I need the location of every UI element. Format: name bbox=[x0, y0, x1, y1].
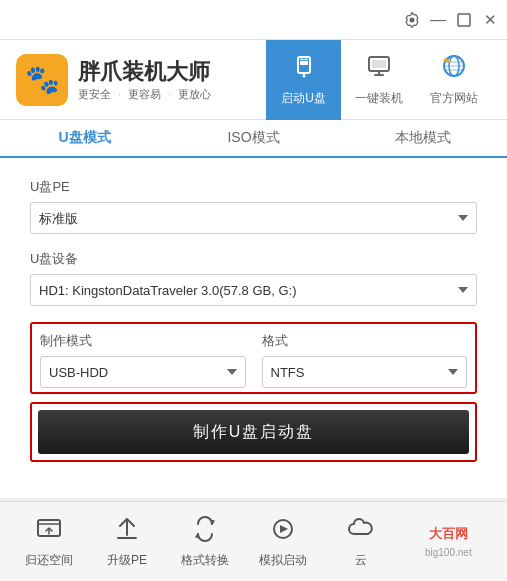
nav-item-onekey[interactable]: 一键装机 bbox=[341, 40, 416, 120]
title-bar-controls: — ✕ bbox=[403, 11, 499, 29]
restore-icon bbox=[34, 514, 64, 548]
close-button[interactable]: ✕ bbox=[481, 11, 499, 29]
svg-point-4 bbox=[302, 75, 305, 78]
format-label: 格式转换 bbox=[181, 552, 229, 569]
toolbar-upgrade[interactable]: 升级PE bbox=[88, 514, 166, 569]
logo-icon: 🐾 bbox=[16, 54, 68, 106]
restore-label: 归还空间 bbox=[25, 552, 73, 569]
toolbar-restore[interactable]: 归还空间 bbox=[10, 514, 88, 569]
logo-text: 胖爪装机大师 更安全 · 更容易 · 更放心 bbox=[78, 57, 211, 102]
app-name: 胖爪装机大师 bbox=[78, 57, 211, 87]
ie-icon bbox=[440, 52, 468, 86]
toolbar-brand: 大百网 big100.net bbox=[400, 525, 497, 558]
app-subtitle: 更安全 · 更容易 · 更放心 bbox=[78, 87, 211, 102]
svg-rect-6 bbox=[372, 60, 386, 68]
bottom-toolbar: 归还空间 升级PE 格式转换 bbox=[0, 501, 507, 581]
format-group: 格式 NTFS FAT32 exFAT bbox=[262, 332, 468, 388]
nav-website-label: 官方网站 bbox=[430, 90, 478, 107]
mode-select[interactable]: USB-HDD USB-ZIP USB-FDD bbox=[40, 356, 246, 388]
nav-item-usb[interactable]: 启动U盘 bbox=[266, 40, 341, 120]
mode-format-box: 制作模式 USB-HDD USB-ZIP USB-FDD 格式 NTFS FAT… bbox=[30, 322, 477, 394]
simulate-label: 模拟启动 bbox=[259, 552, 307, 569]
title-bar: — ✕ bbox=[0, 0, 507, 40]
format-icon bbox=[190, 514, 220, 548]
app-header: 🐾 胖爪装机大师 更安全 · 更容易 · 更放心 启动U盘 bbox=[0, 40, 507, 120]
logo-area: 🐾 胖爪装机大师 更安全 · 更容易 · 更放心 bbox=[16, 54, 266, 106]
device-select[interactable]: HD1: KingstonDataTraveler 3.0(57.8 GB, G… bbox=[30, 274, 477, 306]
cloud-icon bbox=[346, 514, 376, 548]
svg-rect-1 bbox=[458, 14, 470, 26]
nav-item-website[interactable]: 官方网站 bbox=[416, 40, 491, 120]
pe-select[interactable]: 标准版 bbox=[30, 202, 477, 234]
settings-button[interactable] bbox=[403, 11, 421, 29]
tab-local-mode[interactable]: 本地模式 bbox=[338, 120, 507, 158]
nav-icons: 启动U盘 一键装机 官方网站 bbox=[266, 40, 491, 120]
tab-usb-mode[interactable]: U盘模式 bbox=[0, 120, 169, 158]
brand-url: big100.net bbox=[425, 547, 472, 558]
svg-rect-3 bbox=[300, 61, 308, 65]
maximize-button[interactable] bbox=[455, 11, 473, 29]
brand-logo: 大百网 bbox=[429, 525, 468, 543]
usb-icon bbox=[290, 52, 318, 86]
pe-group: U盘PE 标准版 bbox=[30, 178, 477, 234]
simulate-icon bbox=[268, 514, 298, 548]
cloud-label: 云 bbox=[355, 552, 367, 569]
mode-group: 制作模式 USB-HDD USB-ZIP USB-FDD bbox=[40, 332, 246, 388]
format-select[interactable]: NTFS FAT32 exFAT bbox=[262, 356, 468, 388]
format-label: 格式 bbox=[262, 332, 468, 350]
tab-bar: U盘模式 ISO模式 本地模式 bbox=[0, 120, 507, 158]
minimize-button[interactable]: — bbox=[429, 11, 447, 29]
tab-iso-mode[interactable]: ISO模式 bbox=[169, 120, 338, 158]
nav-onekey-label: 一键装机 bbox=[355, 90, 403, 107]
device-group: U盘设备 HD1: KingstonDataTraveler 3.0(57.8 … bbox=[30, 250, 477, 306]
toolbar-format[interactable]: 格式转换 bbox=[166, 514, 244, 569]
mode-format-row: 制作模式 USB-HDD USB-ZIP USB-FDD 格式 NTFS FAT… bbox=[40, 332, 467, 388]
toolbar-cloud[interactable]: 云 bbox=[322, 514, 400, 569]
create-btn-wrapper: 制作U盘启动盘 bbox=[30, 402, 477, 462]
monitor-icon bbox=[365, 52, 393, 86]
main-content: U盘PE 标准版 U盘设备 HD1: KingstonDataTraveler … bbox=[0, 158, 507, 498]
create-button[interactable]: 制作U盘启动盘 bbox=[38, 410, 469, 454]
device-label: U盘设备 bbox=[30, 250, 477, 268]
upgrade-icon bbox=[112, 514, 142, 548]
mode-label: 制作模式 bbox=[40, 332, 246, 350]
pe-label: U盘PE bbox=[30, 178, 477, 196]
svg-point-0 bbox=[410, 17, 415, 22]
toolbar-simulate[interactable]: 模拟启动 bbox=[244, 514, 322, 569]
nav-usb-label: 启动U盘 bbox=[281, 90, 326, 107]
upgrade-label: 升级PE bbox=[107, 552, 147, 569]
